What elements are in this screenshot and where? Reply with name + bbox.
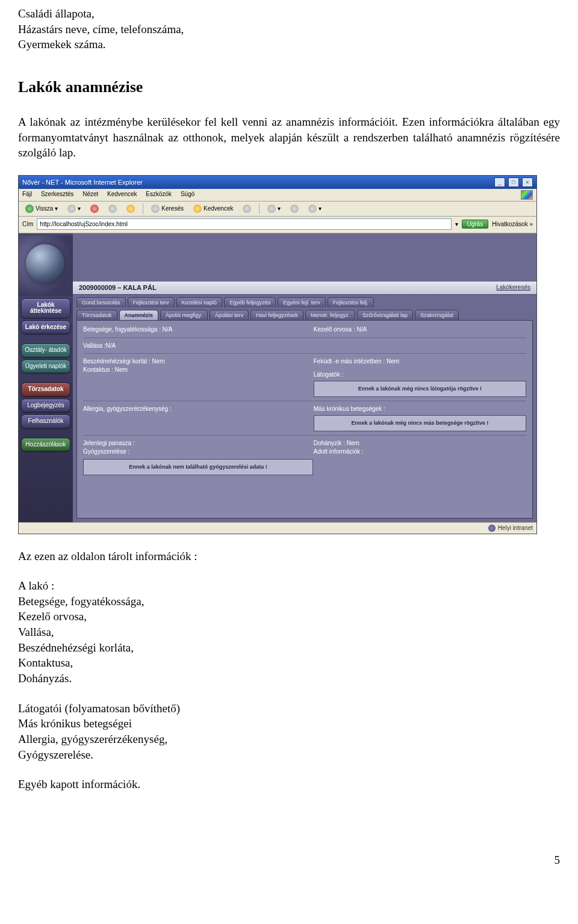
field-beszednehezseg: Beszédnehézségi korlát : Nem — [83, 357, 296, 366]
list3-line: Egyéb kapott információk. — [18, 777, 560, 792]
menu-edit[interactable]: Szerkesztés — [41, 191, 73, 197]
globe-icon — [26, 244, 64, 283]
mail-button[interactable]: ▾ — [264, 203, 284, 214]
address-label: Cím — [22, 220, 33, 229]
print-icon — [290, 205, 299, 213]
stored-info-heading: Az ezen az oldalon tárolt információk : — [18, 549, 560, 564]
app-screenshot: Nővér - NET - Microsoft Internet Explore… — [18, 175, 537, 534]
sidebar-item-felhasznalok[interactable]: Felhasználók — [21, 414, 70, 428]
menu-file[interactable]: Fájl — [22, 191, 32, 197]
intranet-zone-icon — [488, 525, 496, 532]
sidebar-item-osztaly-atadok[interactable]: Osztály- átadók — [21, 343, 70, 357]
tab-szakvizsgalat[interactable]: Szakvizsgálat — [415, 310, 459, 320]
section-heading: Lakók anamnézise — [18, 76, 560, 97]
field-kronikus-label: Más krónikus betegségek : — [314, 405, 526, 413]
search-button[interactable]: Keresés — [148, 203, 187, 214]
sidebar-item-torzsadatok[interactable]: Törzsadatok — [21, 383, 70, 396]
back-button[interactable]: Vissza ▾ — [22, 203, 61, 214]
stop-icon — [90, 205, 99, 213]
tab-apoloi-megfigy[interactable]: Ápolói megfigy. — [160, 310, 208, 320]
tab-torzsadatok[interactable]: Törzsadatok — [76, 310, 117, 320]
list2-item-3: Allergia, gyógyszerérzékenység, — [18, 732, 560, 747]
edit-button[interactable]: ▾ — [305, 203, 325, 214]
list1-item-3: Vallása, — [18, 624, 560, 640]
tab-row-upper: Gond.besorolás Fejlesztési terv Kezelési… — [73, 295, 536, 307]
tab-egyeni-fejl-terv[interactable]: Egyéni fejl. terv — [278, 297, 326, 307]
field-dohanyzik: Dohányzik : Nem — [314, 439, 526, 448]
ie-menubar: Fájl Szerkesztés Nézet Kedvencek Eszközö… — [19, 189, 536, 202]
list1-item-2: Kezelő orvosa, — [18, 609, 560, 624]
list2-item-4: Gyógyszerelése. — [18, 747, 560, 763]
list1-item-1: Betegsége, fogyatékossága, — [18, 594, 560, 609]
refresh-button[interactable] — [105, 203, 120, 214]
back-icon — [25, 205, 34, 213]
list1-item-5: Kontaktusa, — [18, 655, 560, 671]
home-button[interactable] — [123, 203, 138, 214]
list1-item-6: Dohányzás. — [18, 671, 560, 686]
links-label[interactable]: Hivatkozások » — [492, 220, 533, 229]
patient-bar: 2009000009 – KALA PÁL Lakókeresés — [73, 282, 536, 295]
menu-favorites[interactable]: Kedvencek — [107, 191, 137, 197]
intro-line-1: Családi állapota, — [18, 6, 560, 22]
minimize-button[interactable]: _ — [494, 177, 505, 187]
window-controls: _ □ × — [493, 177, 533, 187]
stop-button[interactable] — [87, 203, 102, 214]
menu-help[interactable]: Súgó — [181, 191, 194, 197]
app-sidebar: Lakók áttekintése Lakó érkezése Osztály-… — [19, 233, 73, 522]
section-paragraph: A lakónak az intézménybe kerülésekor fel… — [18, 114, 560, 161]
forward-icon — [67, 205, 76, 213]
tab-kezelesi-naplo[interactable]: Kezelési napló — [176, 297, 223, 307]
list1-item-4: Beszédnehézségi korláta, — [18, 640, 560, 656]
field-jelenlegi-panasza: Jelenlegi panasza : — [83, 439, 296, 448]
ie-titlebar: Nővér - NET - Microsoft Internet Explore… — [19, 176, 536, 189]
latogatok-empty-box: Ennek a lakónak még nincs látogatója rög… — [314, 381, 526, 397]
history-button[interactable] — [240, 203, 254, 214]
field-gyogyszerelese: Gyógyszerelése : — [83, 448, 296, 456]
tab-egyeb-feljegyzes[interactable]: Egyéb feljegyzés — [224, 297, 276, 307]
ie-address-bar: Cím ▾ Ugrás Hivatkozások » — [19, 217, 536, 233]
tab-fejlesztesi-terv[interactable]: Fejlesztési terv — [128, 297, 175, 307]
star-icon — [193, 205, 202, 213]
tab-menstr-feljegyz[interactable]: Menstr. feljegyz. — [305, 310, 355, 320]
patient-search-link[interactable]: Lakókeresés — [496, 283, 530, 292]
list2-item-1: Látogatói (folyamatosan bővíthető) — [18, 701, 560, 716]
home-icon — [126, 205, 135, 213]
intro-line-3: Gyermekek száma. — [18, 37, 560, 52]
refresh-icon — [108, 205, 117, 213]
tab-gond-besorolas[interactable]: Gond.besorolás — [76, 297, 126, 307]
history-icon — [243, 205, 251, 213]
tab-apolasi-terv[interactable]: Ápolási terv — [210, 310, 249, 320]
sidebar-item-logbejegyzes[interactable]: Logbejegyzés — [21, 399, 70, 413]
menu-tools[interactable]: Eszközök — [146, 191, 172, 197]
maximize-button[interactable]: □ — [508, 177, 519, 187]
tab-havi-feljegyzesek[interactable]: Havi feljegyzések — [250, 310, 303, 320]
sidebar-item-lakok-attekintese[interactable]: Lakók áttekintése — [21, 298, 70, 318]
field-fekudt: Feküdt -e más intézetben : Nem — [314, 357, 526, 366]
print-button[interactable] — [287, 203, 302, 214]
patient-id-name: 2009000009 – KALA PÁL — [79, 283, 157, 292]
tab-szurovizsgalati-lap[interactable]: Szűrővizsgálati lap — [357, 310, 413, 320]
edit-icon — [308, 205, 317, 213]
menu-view[interactable]: Nézet — [82, 191, 98, 197]
anamnezis-panel: Betegsége, fogyatékossága : N/A Kezelő o… — [76, 320, 533, 519]
ie-status-bar: Helyi intranet — [19, 522, 536, 534]
window-title: Nővér - NET - Microsoft Internet Explore… — [22, 178, 143, 187]
app-banner — [19, 236, 73, 296]
ie-toolbar: Vissza ▾ ▾ Keresés Kedvencek ▾ ▾ — [19, 202, 536, 217]
gyogyszereles-empty-box: Ennek a lakónak nem található gyógyszere… — [83, 459, 313, 475]
list2-item-2: Más krónikus betegségei — [18, 716, 560, 732]
forward-button[interactable]: ▾ — [64, 203, 84, 214]
list1-head: A lakó : — [18, 578, 560, 594]
field-vallasa: Vallása :N/A — [83, 342, 296, 350]
tab-fejlesztesi-felj[interactable]: Fejlesztési felj. — [328, 297, 374, 307]
go-button[interactable]: Ugrás — [462, 220, 489, 229]
app-main: 2009000009 – KALA PÁL Lakókeresés Gond.b… — [73, 233, 536, 522]
tab-anamnezis[interactable]: Anamnézis — [119, 310, 159, 320]
close-button[interactable]: × — [522, 177, 533, 187]
field-betegsege: Betegsége, fogyatékossága : N/A — [83, 325, 296, 334]
sidebar-item-ugyeleti-naplok[interactable]: Ügyeleti naplók — [21, 360, 70, 374]
sidebar-item-lako-erkezese[interactable]: Lakó érkezése — [21, 321, 70, 334]
address-input[interactable] — [37, 218, 451, 230]
favorites-button[interactable]: Kedvencek — [190, 203, 236, 214]
sidebar-item-hozzaszolasok[interactable]: Hozzászólások — [21, 438, 70, 452]
